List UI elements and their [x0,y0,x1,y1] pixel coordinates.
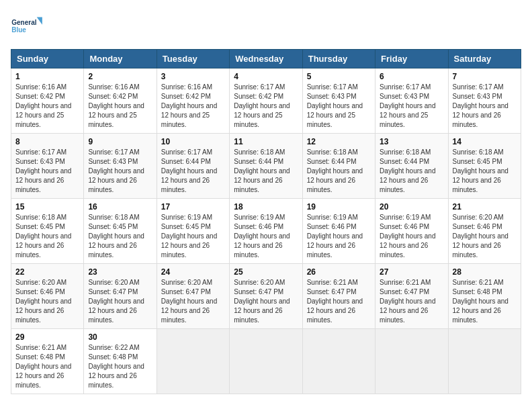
day-number: 15 [15,202,79,212]
day-number: 13 [380,137,443,146]
calendar-cell: 11 Sunrise: 6:18 AM Sunset: 6:44 PM Dayl… [230,134,302,199]
calendar-cell: 22 Sunrise: 6:20 AM Sunset: 6:46 PM Dayl… [11,264,84,329]
calendar-cell [375,329,448,394]
calendar-cell: 27 Sunrise: 6:21 AM Sunset: 6:47 PM Dayl… [375,264,448,329]
day-number: 17 [161,202,225,212]
day-info: Sunrise: 6:20 AM Sunset: 6:47 PM Dayligh… [161,278,225,325]
calendar-cell: 19 Sunrise: 6:19 AM Sunset: 6:46 PM Dayl… [302,199,375,264]
day-number: 29 [15,332,79,342]
calendar-header-wednesday: Wednesday [230,50,302,68]
logo: General Blue [11,11,44,41]
calendar-week-2: 8 Sunrise: 6:17 AM Sunset: 6:43 PM Dayli… [11,134,521,199]
day-number: 8 [15,137,79,146]
calendar-week-4: 22 Sunrise: 6:20 AM Sunset: 6:46 PM Dayl… [11,264,521,329]
day-number: 30 [88,332,152,342]
day-info: Sunrise: 6:17 AM Sunset: 6:43 PM Dayligh… [380,83,443,130]
calendar-cell: 14 Sunrise: 6:18 AM Sunset: 6:45 PM Dayl… [448,134,521,199]
calendar-header-saturday: Saturday [448,50,521,68]
calendar-cell: 10 Sunrise: 6:17 AM Sunset: 6:44 PM Dayl… [157,134,229,199]
calendar-cell: 5 Sunrise: 6:17 AM Sunset: 6:43 PM Dayli… [302,68,375,134]
day-number: 2 [88,72,152,81]
day-info: Sunrise: 6:20 AM Sunset: 6:46 PM Dayligh… [15,278,79,325]
day-number: 19 [307,202,371,212]
logo-svg: General Blue [11,11,44,41]
day-number: 16 [88,202,152,212]
day-info: Sunrise: 6:17 AM Sunset: 6:44 PM Dayligh… [161,148,225,195]
day-info: Sunrise: 6:19 AM Sunset: 6:46 PM Dayligh… [380,213,443,260]
day-info: Sunrise: 6:18 AM Sunset: 6:44 PM Dayligh… [234,148,298,195]
day-number: 11 [234,137,298,146]
day-info: Sunrise: 6:17 AM Sunset: 6:43 PM Dayligh… [307,83,371,130]
day-number: 20 [380,202,443,212]
calendar-cell [230,329,302,394]
calendar-cell: 9 Sunrise: 6:17 AM Sunset: 6:43 PM Dayli… [84,134,157,199]
day-number: 3 [161,72,225,81]
calendar-cell: 23 Sunrise: 6:20 AM Sunset: 6:47 PM Dayl… [84,264,157,329]
day-number: 23 [88,267,152,277]
day-info: Sunrise: 6:18 AM Sunset: 6:45 PM Dayligh… [453,148,517,195]
day-number: 4 [234,72,298,81]
day-number: 26 [307,267,371,277]
day-number: 5 [307,72,371,81]
calendar-table: SundayMondayTuesdayWednesdayThursdayFrid… [11,49,521,394]
day-info: Sunrise: 6:21 AM Sunset: 6:47 PM Dayligh… [307,278,371,325]
day-info: Sunrise: 6:18 AM Sunset: 6:45 PM Dayligh… [88,213,152,260]
calendar-cell: 6 Sunrise: 6:17 AM Sunset: 6:43 PM Dayli… [375,68,448,134]
calendar-cell: 2 Sunrise: 6:16 AM Sunset: 6:42 PM Dayli… [84,68,157,134]
calendar-cell [157,329,229,394]
calendar-header-row: SundayMondayTuesdayWednesdayThursdayFrid… [11,50,521,68]
day-info: Sunrise: 6:18 AM Sunset: 6:45 PM Dayligh… [15,213,79,260]
calendar-cell: 20 Sunrise: 6:19 AM Sunset: 6:46 PM Dayl… [375,199,448,264]
day-number: 1 [15,72,79,81]
calendar-cell: 16 Sunrise: 6:18 AM Sunset: 6:45 PM Dayl… [84,199,157,264]
calendar-cell: 29 Sunrise: 6:21 AM Sunset: 6:48 PM Dayl… [11,329,84,394]
day-info: Sunrise: 6:18 AM Sunset: 6:44 PM Dayligh… [380,148,443,195]
day-info: Sunrise: 6:18 AM Sunset: 6:44 PM Dayligh… [307,148,371,195]
svg-text:General: General [11,19,36,26]
calendar-cell: 28 Sunrise: 6:21 AM Sunset: 6:48 PM Dayl… [448,264,521,329]
calendar-header-thursday: Thursday [302,50,375,68]
day-number: 28 [453,267,517,277]
svg-text:Blue: Blue [11,26,26,34]
calendar-cell: 4 Sunrise: 6:17 AM Sunset: 6:42 PM Dayli… [230,68,302,134]
day-info: Sunrise: 6:17 AM Sunset: 6:43 PM Dayligh… [15,148,79,195]
day-number: 6 [380,72,443,81]
day-number: 22 [15,267,79,277]
day-number: 24 [161,267,225,277]
day-info: Sunrise: 6:16 AM Sunset: 6:42 PM Dayligh… [88,83,152,130]
calendar-week-5: 29 Sunrise: 6:21 AM Sunset: 6:48 PM Dayl… [11,329,521,394]
calendar-cell [302,329,375,394]
calendar-cell: 12 Sunrise: 6:18 AM Sunset: 6:44 PM Dayl… [302,134,375,199]
calendar-week-1: 1 Sunrise: 6:16 AM Sunset: 6:42 PM Dayli… [11,68,521,134]
day-info: Sunrise: 6:21 AM Sunset: 6:48 PM Dayligh… [453,278,517,325]
day-info: Sunrise: 6:16 AM Sunset: 6:42 PM Dayligh… [15,83,79,130]
page-header: General Blue [11,11,521,41]
calendar-cell: 18 Sunrise: 6:19 AM Sunset: 6:46 PM Dayl… [230,199,302,264]
day-info: Sunrise: 6:19 AM Sunset: 6:46 PM Dayligh… [234,213,298,260]
day-info: Sunrise: 6:17 AM Sunset: 6:43 PM Dayligh… [453,83,517,130]
day-info: Sunrise: 6:19 AM Sunset: 6:45 PM Dayligh… [161,213,225,260]
calendar-cell: 25 Sunrise: 6:20 AM Sunset: 6:47 PM Dayl… [230,264,302,329]
calendar-header-friday: Friday [375,50,448,68]
day-number: 25 [234,267,298,277]
calendar-week-3: 15 Sunrise: 6:18 AM Sunset: 6:45 PM Dayl… [11,199,521,264]
day-info: Sunrise: 6:21 AM Sunset: 6:47 PM Dayligh… [380,278,443,325]
day-number: 21 [453,202,517,212]
calendar-cell [448,329,521,394]
calendar-cell: 17 Sunrise: 6:19 AM Sunset: 6:45 PM Dayl… [157,199,229,264]
day-number: 14 [453,137,517,146]
calendar-cell: 26 Sunrise: 6:21 AM Sunset: 6:47 PM Dayl… [302,264,375,329]
calendar-cell: 15 Sunrise: 6:18 AM Sunset: 6:45 PM Dayl… [11,199,84,264]
calendar-header-sunday: Sunday [11,50,84,68]
calendar-header-tuesday: Tuesday [157,50,229,68]
calendar-cell: 24 Sunrise: 6:20 AM Sunset: 6:47 PM Dayl… [157,264,229,329]
calendar-cell: 7 Sunrise: 6:17 AM Sunset: 6:43 PM Dayli… [448,68,521,134]
svg-marker-2 [37,17,42,24]
calendar-cell: 13 Sunrise: 6:18 AM Sunset: 6:44 PM Dayl… [375,134,448,199]
day-info: Sunrise: 6:16 AM Sunset: 6:42 PM Dayligh… [161,83,225,130]
day-number: 18 [234,202,298,212]
calendar-cell: 8 Sunrise: 6:17 AM Sunset: 6:43 PM Dayli… [11,134,84,199]
calendar-cell: 3 Sunrise: 6:16 AM Sunset: 6:42 PM Dayli… [157,68,229,134]
day-number: 9 [88,137,152,146]
calendar-cell: 21 Sunrise: 6:20 AM Sunset: 6:46 PM Dayl… [448,199,521,264]
